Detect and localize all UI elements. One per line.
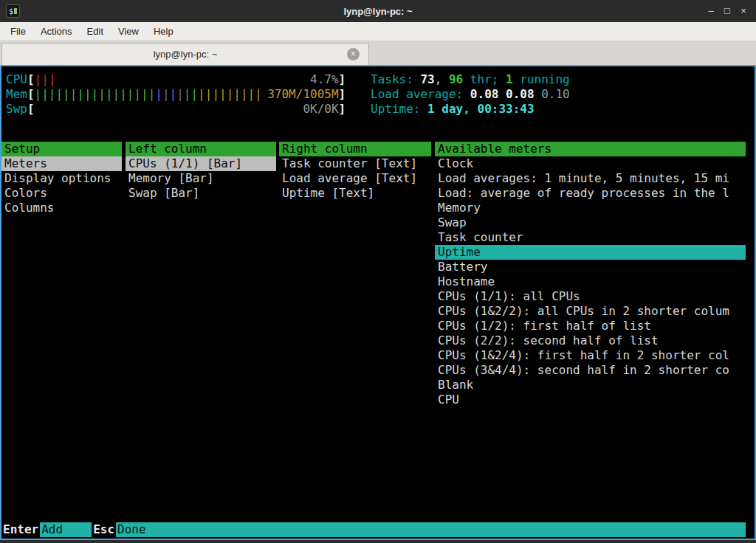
panel-available-meters-header: Available meters <box>435 142 746 156</box>
uptime-label: Uptime: <box>371 102 427 117</box>
uptime-stat: Uptime: 1 day, 00:33:43 <box>371 102 535 117</box>
mem-bar-segment-used: ||||||||||||||||| <box>35 87 156 101</box>
right-column-item[interactable]: Load average [Text] <box>279 171 431 186</box>
available-meter-item[interactable]: Hostname <box>435 274 746 289</box>
terminal-app-icon: $ <box>6 4 20 18</box>
mem-meter-open-bracket: [ <box>27 87 35 102</box>
available-meter-item[interactable]: CPUs (1&2/4): first half in 2 shorter co… <box>435 348 746 363</box>
window-title: lynp@lyn-pc: ~ <box>343 6 412 17</box>
available-meter-item[interactable]: Load averages: 1 minute, 5 minutes, 15 m… <box>435 171 746 186</box>
terminal-screen: CPU[|||4.7%] Mem[|||||||||||||||||||||||… <box>0 65 756 540</box>
available-meter-item[interactable]: Swap <box>435 215 746 230</box>
running-count: 1 <box>506 72 513 87</box>
swap-meter-label: Swp <box>6 102 27 117</box>
enter-key-label: Enter <box>1 522 40 537</box>
available-meter-item[interactable]: Blank <box>435 378 746 392</box>
available-meter-item[interactable]: Task counter <box>435 230 746 245</box>
cpu-bar-segment: ||| <box>35 72 56 86</box>
swap-meter-bar: 0K/0K <box>35 102 339 117</box>
uptime-value: 1 day, 00:33:43 <box>427 102 535 117</box>
mem-meter: Mem[||||||||||||||||||||||||||||||||370M… <box>6 87 346 102</box>
load-1min: 0.08 <box>470 87 506 102</box>
available-meter-item-selected[interactable]: Uptime <box>435 245 746 260</box>
cpu-meter: CPU[|||4.7%] <box>6 72 346 87</box>
esc-key-label: Esc <box>92 522 116 537</box>
cpu-meter-open-bracket: [ <box>27 72 35 87</box>
panel-left-column-header: Left column <box>126 142 276 156</box>
tab-label: lynp@lyn-pc: ~ <box>154 49 218 60</box>
available-meter-item[interactable]: Memory <box>435 201 746 215</box>
mem-meter-label: Mem <box>6 87 27 102</box>
panel-setup: Setup Meters Display options Colors Colu… <box>1 142 122 215</box>
available-meter-item[interactable]: CPUs (2/2): second half of list <box>435 333 746 348</box>
load-5min: 0.08 <box>506 87 541 102</box>
swap-meter-close-bracket: ] <box>339 102 346 117</box>
mem-bar-segment-buffers: |||| <box>155 87 184 101</box>
mem-bar-segment-used2: || <box>184 87 198 101</box>
function-bar: EnterAddEscDone <box>1 522 746 537</box>
cpu-meter-label: CPU <box>6 72 27 87</box>
mem-meter-bar: ||||||||||||||||||||||||||||||||370M/100… <box>35 87 339 102</box>
tasks-separator: , <box>435 72 449 87</box>
threads-label: thr; <box>463 72 506 87</box>
right-column-item[interactable]: Task counter [Text] <box>279 156 431 171</box>
right-column-item[interactable]: Uptime [Text] <box>279 186 431 201</box>
panel-right-column: Right column Task counter [Text] Load av… <box>279 142 431 201</box>
available-meter-item[interactable]: CPUs (1&2/2): all CPUs in 2 shorter colu… <box>435 304 746 319</box>
panel-setup-header: Setup <box>1 142 122 156</box>
available-meter-item[interactable]: CPUs (3&4/4): second half in 2 shorter c… <box>435 363 746 378</box>
terminal-app-icon-cursor <box>14 8 17 14</box>
threads-count: 96 <box>449 72 463 87</box>
panel-available-meters: Available meters Clock Load averages: 1 … <box>435 142 746 407</box>
menu-file[interactable]: File <box>3 23 33 40</box>
cpu-meter-close-bracket: ] <box>339 72 346 87</box>
available-meter-item[interactable]: CPUs (1/2): first half of list <box>435 319 746 333</box>
left-column-item[interactable]: CPUs (1/1) [Bar] <box>126 156 276 171</box>
setup-item-colors[interactable]: Colors <box>1 186 122 201</box>
close-button[interactable]: × <box>735 3 752 19</box>
menu-edit[interactable]: Edit <box>80 23 111 40</box>
available-meter-item[interactable]: Clock <box>435 156 746 171</box>
left-column-item[interactable]: Swap [Bar] <box>126 186 276 201</box>
panel-left-column: Left column CPUs (1/1) [Bar] Memory [Bar… <box>126 142 276 201</box>
available-meter-item[interactable]: CPU <box>435 392 746 407</box>
terminal-app-icon-glyph: $ <box>9 7 13 15</box>
left-column-item[interactable]: Memory [Bar] <box>126 171 276 186</box>
add-action-button[interactable]: Add <box>40 522 92 537</box>
load-15min: 0.10 <box>541 87 570 102</box>
menu-view[interactable]: View <box>111 23 146 40</box>
available-meter-item[interactable]: CPUs (1/1): all CPUs <box>435 289 746 304</box>
running-label: running <box>513 72 570 87</box>
setup-item-display-options[interactable]: Display options <box>1 171 122 186</box>
tab-close-icon[interactable]: × <box>347 48 360 60</box>
tasks-count: 73 <box>420 72 434 87</box>
maximize-button[interactable]: □ <box>719 3 735 19</box>
mem-meter-close-bracket: ] <box>339 87 346 102</box>
menu-actions[interactable]: Actions <box>33 23 80 40</box>
swap-meter-open-bracket: [ <box>27 102 35 117</box>
cpu-meter-value: 4.7% <box>310 72 339 87</box>
cpu-meter-bar: |||4.7% <box>35 72 339 87</box>
window-bottom-frame <box>0 540 756 543</box>
available-meter-item[interactable]: Battery <box>435 260 746 274</box>
window-titlebar: $ lynp@lyn-pc: ~ – □ × <box>0 0 756 22</box>
available-meter-item[interactable]: Load: average of ready processes in the … <box>435 186 746 201</box>
tasks-stat: Tasks: 73, 96 thr; 1 running <box>371 72 570 87</box>
swap-meter-value: 0K/0K <box>303 102 338 117</box>
load-average-label: Load average: <box>371 87 470 102</box>
mem-bar-segment-cache: ||||||||| <box>198 87 262 101</box>
mem-meter-value: 370M/1005M <box>267 87 338 102</box>
tasks-label: Tasks: <box>371 72 420 87</box>
setup-item-meters[interactable]: Meters <box>1 156 122 171</box>
panel-right-column-header: Right column <box>279 142 431 156</box>
menu-bar: File Actions Edit View Help <box>0 22 756 41</box>
done-action-button[interactable]: Done <box>116 522 746 537</box>
window-controls: – □ × <box>703 0 752 22</box>
load-average-stat: Load average: 0.08 0.08 0.10 <box>371 87 570 102</box>
tab-bar: lynp@lyn-pc: ~ × <box>0 41 756 65</box>
menu-help[interactable]: Help <box>146 23 181 40</box>
swap-meter: Swp[0K/0K] <box>6 102 346 117</box>
minimize-button[interactable]: – <box>703 3 719 19</box>
terminal-tab[interactable]: lynp@lyn-pc: ~ × <box>1 43 369 65</box>
setup-item-columns[interactable]: Columns <box>1 201 122 215</box>
